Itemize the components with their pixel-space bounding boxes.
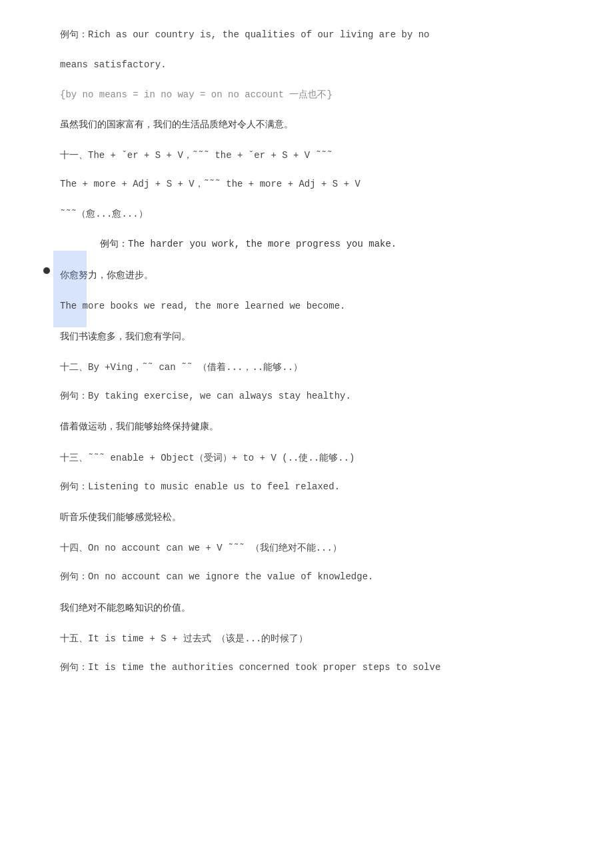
section-11-formula2: ˜˜˜（愈...愈...） xyxy=(60,206,573,223)
section-12-header: 十二、By +Ving，˜˜ can ˜˜ （借着...，..能够..） xyxy=(60,359,573,376)
example-rich-text: 例句：Rich as our country is, the qualities… xyxy=(60,29,429,40)
section-13-example: 例句：Listening to music enable us to feel … xyxy=(60,479,573,495)
section-11-example2: The more books we read, the more learned… xyxy=(60,298,573,315)
by-no-means-note: {by no means = in no way = on no account… xyxy=(60,87,573,103)
example-rich-country-cont: means satisfactory. xyxy=(60,57,573,73)
chinese-rich-country: 虽然我们的国家富有，我们的生活品质绝对令人不满意。 xyxy=(60,116,573,133)
section-11-example1: 例句：The harder you work, the more progres… xyxy=(60,236,573,253)
section-15-example: 例句：It is time the authorities concerned … xyxy=(60,659,573,676)
note-text: {by no means = in no way = on no account… xyxy=(60,89,332,100)
bullet-section: 十一、The + ˇer + S + V，˜˜˜ the + ˇer + S +… xyxy=(60,147,573,223)
section-12-example: 例句：By taking exercise, we can always sta… xyxy=(60,388,573,405)
section-14-chinese: 我们绝对不能忽略知识的价值。 xyxy=(60,599,573,616)
chinese-books-text: 我们书读愈多，我们愈有学问。 xyxy=(60,331,191,341)
section-15-header: 十五、It is time + S + 过去式 （该是...的时候了） xyxy=(60,631,573,647)
section-11-formula1: The + more + Adj + S + V，˜˜˜ the + more … xyxy=(60,176,573,193)
highlight-box xyxy=(53,251,87,327)
example-rich-country: 例句：Rich as our country is, the qualities… xyxy=(60,27,573,43)
section-11-header: 十一、The + ˇer + S + V，˜˜˜ the + ˇer + S +… xyxy=(60,147,573,164)
example-time-text: 例句：It is time the authorities concerned … xyxy=(60,662,440,673)
example-books-text: The more books we read, the more learned… xyxy=(60,301,345,311)
chinese-music-text: 听音乐使我们能够感觉轻松。 xyxy=(60,512,181,522)
example-music-text: 例句：Listening to music enable us to feel … xyxy=(60,481,340,492)
formula1-text: The + more + Adj + S + V，˜˜˜ the + more … xyxy=(60,179,360,189)
section-13-header: 十三、˜˜˜ enable + Object（受词）+ to + V (..使.… xyxy=(60,450,573,467)
section-12-header-text: 十二、By +Ving，˜˜ can ˜˜ （借着...，..能够..） xyxy=(60,362,303,373)
section-12-chinese: 借着做运动，我们能够始终保持健康。 xyxy=(60,418,573,435)
section-14-header: 十四、On no account can we + V ˜˜˜ （我们绝对不能.… xyxy=(60,540,573,557)
section-13-header-text: 十三、˜˜˜ enable + Object（受词）+ to + V (..使.… xyxy=(60,453,354,463)
section-14-header-text: 十四、On no account can we + V ˜˜˜ （我们绝对不能.… xyxy=(60,543,342,553)
section-14-example: 例句：On no account can we ignore the value… xyxy=(60,569,573,585)
chinese-ignore-text: 我们绝对不能忽略知识的价值。 xyxy=(60,603,191,613)
example-satisfactory-text: means satisfactory. xyxy=(60,59,167,70)
section-15-header-text: 十五、It is time + S + 过去式 （该是...的时候了） xyxy=(60,633,308,644)
section-11-chinese1: 你愈努力，你愈进步。 xyxy=(60,267,573,283)
section-13-chinese: 听音乐使我们能够感觉轻松。 xyxy=(60,509,573,525)
bullet-marker xyxy=(43,267,50,274)
section-11-chinese2: 我们书读愈多，我们愈有学问。 xyxy=(60,328,573,345)
chinese-exercise-text: 借着做运动，我们能够始终保持健康。 xyxy=(60,421,219,431)
example-exercise-text: 例句：By taking exercise, we can always sta… xyxy=(60,391,351,401)
example-harder-text: 例句：The harder you work, the more progres… xyxy=(100,239,396,249)
main-content: 例句：Rich as our country is, the qualities… xyxy=(40,27,573,676)
formula2-text: ˜˜˜（愈...愈...） xyxy=(60,209,148,219)
section-11-header-text: 十一、The + ˇer + S + V，˜˜˜ the + ˇer + S +… xyxy=(60,150,332,161)
chinese-text-1: 虽然我们的国家富有，我们的生活品质绝对令人不满意。 xyxy=(60,119,293,129)
example-ignore-text: 例句：On no account can we ignore the value… xyxy=(60,571,373,582)
